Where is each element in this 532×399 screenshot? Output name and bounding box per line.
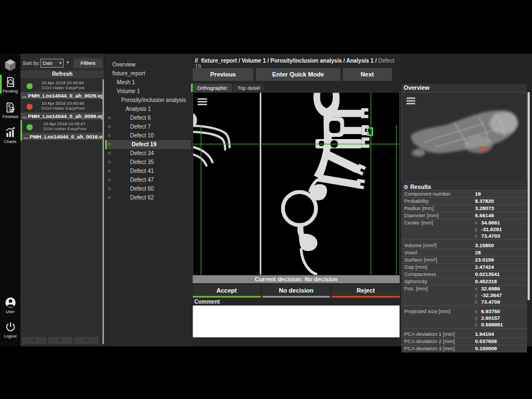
result-row: Component number 19 [401, 191, 527, 198]
result-value: 3.15850 [475, 242, 494, 249]
navigation-tree-panel: Overview fixture_report Mesh 1 Volume 1 … [105, 54, 191, 346]
tab-orthographic[interactable]: Orthographic [193, 84, 232, 92]
results-table: Component number 19 Probability 8.37820 … [401, 191, 527, 352]
enter-quick-mode-button[interactable]: Enter Quick Mode [256, 68, 340, 81]
defect-status-icon [108, 187, 111, 190]
result-row: PCA deviation 2 [mm] 0.537658 [401, 338, 527, 345]
sidebar-item-label: Logout [0, 334, 20, 339]
page-next-button[interactable]: > [74, 337, 99, 344]
filters-button[interactable]: Filters [74, 58, 102, 68]
tree-item[interactable]: Defect 62 [105, 193, 191, 202]
tree-item-label: Porosity/inclusion analysis [121, 97, 186, 103]
defect-status-icon [108, 125, 111, 128]
result-xyz-values: x6.93750y2.60157z0.599991 [475, 308, 503, 328]
tree-item[interactable]: Defect 60 [105, 185, 191, 193]
defect-status-icon [108, 134, 111, 137]
file-name: ... PMH_Los14044_0_ah_0016.vgl [22, 133, 104, 140]
result-value: 0.537658 [475, 338, 497, 345]
tree-item-label: Volume 1 [117, 88, 140, 94]
file-list: 10 Apr 2018 10:45:54 DGH Halter EasyPore… [20, 79, 104, 141]
sidebar-item-pending[interactable]: Pending [0, 76, 20, 94]
file-list-scrollbar[interactable] [102, 79, 104, 344]
tree-item[interactable]: Defect 47 [105, 176, 191, 185]
result-row: Pos. [mm] x32.6986y-32.3647z73.4709 [401, 285, 527, 306]
sidebar-item-user[interactable]: User [0, 296, 20, 314]
tree-item[interactable]: Defect 7 [105, 122, 191, 131]
file-list-item[interactable]: 10 Apr 2018 10:45:48 DGH Halter EasyPore… [20, 100, 104, 120]
result-label: Gap [mm] [404, 264, 475, 270]
result-xyz-values: x32.6986y-32.3647z73.4709 [475, 285, 502, 305]
result-row: Projected size [mm] x6.93750y2.60157z0.5… [401, 308, 527, 329]
breadcrumb-item[interactable]: Volume 1 / [241, 58, 270, 64]
tree-item[interactable]: Analysis 1 [105, 105, 191, 114]
overview-3d-render [402, 93, 526, 182]
tree-item[interactable]: Defect 35 [105, 158, 191, 167]
result-label: PCA deviation 2 [mm] [404, 338, 475, 345]
decision-button[interactable]: No decision [262, 285, 330, 298]
page-prev-button[interactable]: < [22, 337, 47, 344]
decision-button[interactable]: Accept [193, 285, 261, 298]
sort-dropdown[interactable]: Date ▼ [40, 59, 64, 68]
app-window: Pending Finished Charts [0, 54, 532, 346]
breadcrumb-item[interactable]: Porosity/inclusion analysis / [271, 58, 347, 64]
tree-item[interactable]: Defect 34 [105, 149, 191, 158]
right-panel-scrollbar[interactable] [528, 92, 530, 300]
tree-item[interactable]: Defect 41 [105, 167, 191, 176]
viewport-menu-icon [198, 98, 207, 105]
result-value: 0.0213541 [475, 271, 500, 278]
comment-input[interactable] [193, 305, 400, 337]
next-button[interactable]: Next [343, 68, 392, 81]
sidebar-item-finished[interactable]: Finished [0, 101, 20, 119]
tree-item-label: Overview [112, 62, 136, 68]
tree-item[interactable]: Overview [105, 60, 191, 69]
breadcrumb-item[interactable]: fixture_report / [201, 58, 241, 64]
result-label: Sphericity [404, 278, 475, 285]
result-value: 19 [475, 191, 481, 197]
refresh-button[interactable]: Refresh [20, 70, 104, 78]
tree-item-label: Defect 41 [130, 168, 154, 174]
result-label: Radius [mm] [404, 205, 475, 212]
results-panel-title: ⚙Results [401, 183, 527, 191]
file-list-item[interactable]: 10 Apr 2018 10:45:47 DGH Halter EasyPore… [20, 120, 104, 141]
tree-item[interactable]: Defect 19 [105, 140, 191, 149]
previous-button[interactable]: Previous [193, 68, 254, 81]
result-axis-row: z73.4709 [475, 299, 502, 305]
decision-button[interactable]: Reject [332, 285, 400, 298]
gear-icon: ⚙ [404, 184, 409, 190]
breadcrumb-item[interactable]: Analysis 1 / [346, 58, 378, 64]
file-date: 10 Apr 2018 10:45:48 [42, 101, 104, 106]
tab-top-detail[interactable]: Top detail [233, 84, 265, 92]
defect-status-icon [108, 196, 111, 199]
result-axis-row: z73.4703 [475, 233, 502, 239]
sidebar-item-label: User [0, 309, 20, 314]
tree-item[interactable]: Mesh 1 [105, 78, 191, 87]
navigation-tree: Overview fixture_report Mesh 1 Volume 1 … [105, 60, 191, 202]
icon-sidebar: Pending Finished Charts [0, 54, 20, 346]
tree-item-label: fixture_report [112, 70, 145, 76]
tree-item[interactable]: fixture_report [105, 69, 191, 78]
sidebar-item-charts[interactable]: Charts [0, 126, 20, 144]
sidebar-item-logout[interactable]: Logout [0, 321, 20, 339]
ct-slice-viewport[interactable] [193, 92, 400, 275]
result-value: 28 [475, 249, 481, 256]
result-row: Gap [mm] 2.47424 [401, 264, 527, 271]
tree-item[interactable]: Defect 10 [105, 131, 191, 140]
page-number-button[interactable]: 1 [48, 337, 73, 344]
tree-item-label: Defect 19 [132, 141, 156, 147]
tree-item[interactable]: Defect 6 [105, 114, 191, 122]
file-date: 10 Apr 2018 10:45:54 [42, 80, 104, 85]
slice-position-line [260, 93, 261, 274]
overview-3d-viewport[interactable] [401, 92, 527, 182]
overview-menu-icon [406, 98, 415, 104]
defect-location-marker [481, 147, 485, 151]
tree-item-label: Analysis 1 [126, 106, 151, 112]
defect-status-icon [108, 170, 111, 172]
result-label: Volume [mm³] [404, 242, 475, 249]
tree-item[interactable]: Volume 1 [105, 87, 191, 96]
file-list-item[interactable]: 10 Apr 2018 10:45:54 DGH Halter EasyPore… [20, 79, 104, 100]
result-row: Volume [mm³] 3.15850 [401, 242, 527, 249]
right-panel: Overview [401, 54, 532, 346]
tree-item[interactable]: Porosity/inclusion analysis [105, 96, 191, 105]
result-xyz-values: x34.8661y-31.9291z73.4703 [475, 219, 502, 239]
sort-direction-toggle[interactable]: ▼ [66, 60, 70, 64]
